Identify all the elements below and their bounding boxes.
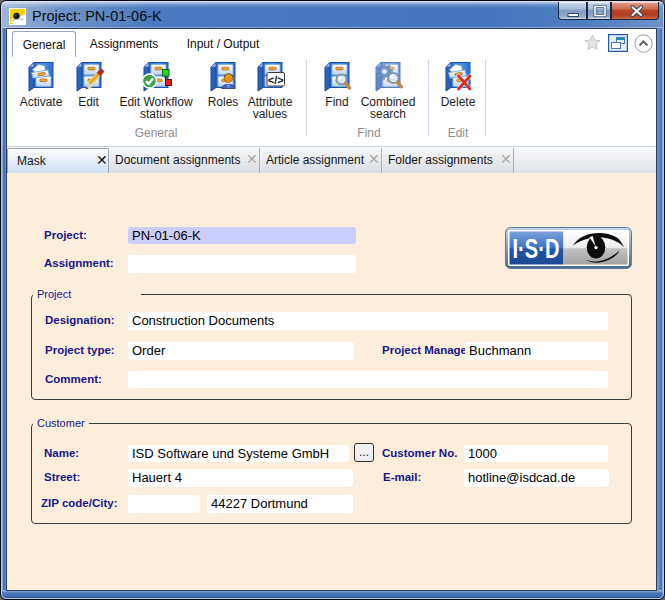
svg-text:</>: </>: [268, 74, 284, 86]
svg-text:I·S·D: I·S·D: [513, 234, 560, 264]
